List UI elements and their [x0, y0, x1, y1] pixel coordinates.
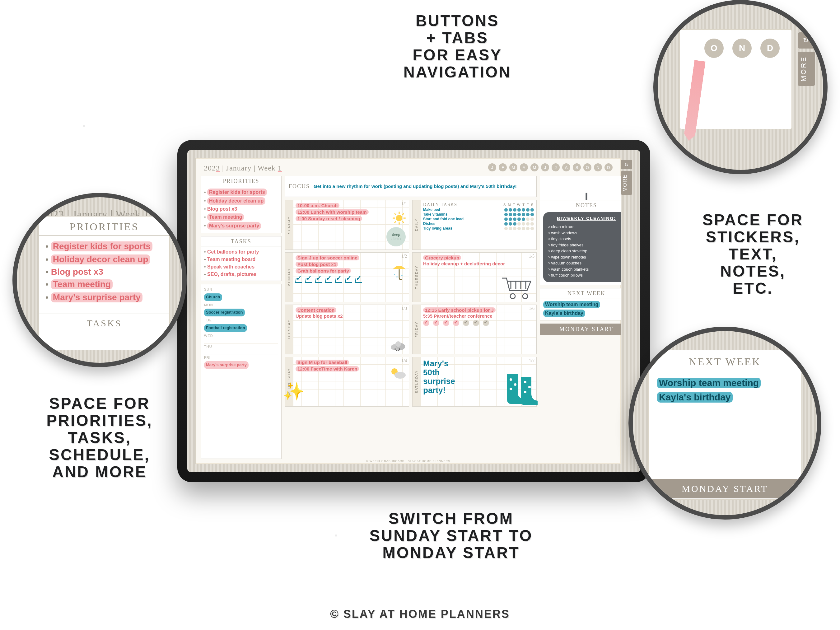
week-area: SUNDAY1/110:00 a.m. Church12:00 Lunch wi…	[285, 200, 537, 459]
task-item: • Get balloons for party	[204, 248, 278, 256]
zoom-priority-item: •Holiday decor clean up	[46, 254, 163, 265]
priority-item: • Register kids for sports	[204, 188, 278, 197]
month-button[interactable]: S	[573, 163, 581, 171]
next-week-list: Worship team meetingKayla's birthday	[540, 298, 621, 320]
monday-start-button[interactable]: MONDAY START	[540, 324, 621, 335]
day-cell: MONDAY1/2Sign J up for soccer onlinePost…	[285, 252, 409, 302]
month-button[interactable]: D	[605, 163, 613, 171]
svg-point-29	[514, 383, 516, 386]
notes-item: clean mirrors	[548, 224, 621, 230]
svg-point-22	[510, 294, 515, 298]
priority-item: • Blog post x3	[204, 205, 278, 213]
month-button[interactable]: A	[562, 163, 570, 171]
svg-point-30	[510, 388, 512, 390]
task-item: • Team meeting board	[204, 256, 278, 263]
zoom-nav: OND ↻ MORE	[653, 0, 827, 174]
biweekly-cleaning-card: BIWEEKLY CLEANING: clean mirrorswash win…	[543, 212, 621, 282]
agenda-row: MONSoccer registration	[204, 302, 278, 317]
focus-panel: FOCUS Get into a new rhythm for work (po…	[285, 176, 537, 197]
month-nav: JFMAMJJASOND	[488, 163, 613, 171]
svg-point-23	[523, 294, 527, 298]
planner-grid: PRIORITIES • Register kids for sports• H…	[201, 176, 616, 459]
zoom-priorities: 2023 | January | Week 1 PRIORITIES •Regi…	[13, 193, 187, 367]
notes-item: tidy closets	[548, 236, 621, 242]
daily-tracker: DAILY DAILY TASKSS M T W T F SMake bedTa…	[412, 200, 537, 250]
svg-point-21	[395, 372, 406, 379]
month-button[interactable]: M	[509, 163, 517, 171]
zoom-next-week-item: Kayla's birthday	[657, 390, 793, 404]
svg-point-14	[401, 275, 403, 276]
month-button[interactable]: J	[552, 163, 560, 171]
svg-line-9	[402, 213, 404, 215]
priorities-title: PRIORITIES	[201, 176, 281, 186]
notes-item: tidy fridge shelves	[548, 242, 621, 248]
svg-point-31	[524, 381, 526, 383]
month-button[interactable]: F	[499, 163, 507, 171]
planner-page: 2023 | January | Week 1 JFMAMJJASOND PRI…	[195, 158, 621, 464]
more-tab[interactable]: MORE	[621, 171, 632, 195]
zoom-tasks-label: TASKS	[39, 314, 169, 328]
month-button[interactable]: J	[488, 163, 496, 171]
zoom-monday-start-button[interactable]: MONDAY START	[648, 479, 801, 498]
zoom-priorities-list: •Register kids for sports•Holiday decor …	[39, 236, 169, 308]
biweekly-title: BIWEEKLY CLEANING:	[548, 215, 621, 222]
day-cell: TUESDAY1/3Content creationUpdate blog po…	[285, 305, 409, 354]
month-button[interactable]: N	[594, 163, 602, 171]
svg-point-13	[396, 276, 398, 278]
day-cell: SUNDAY1/110:00 a.m. Church12:00 Lunch wi…	[285, 200, 409, 250]
svg-point-12	[394, 274, 395, 275]
notes-item: fluff couch pillows	[548, 272, 621, 278]
tablet-frame: 2023 | January | Week 1 JFMAMJJASOND PRI…	[177, 140, 650, 482]
month-button[interactable]: A	[520, 163, 528, 171]
svg-line-7	[395, 213, 396, 215]
svg-point-17	[395, 341, 401, 347]
sparkle-icon: ✨	[283, 381, 305, 402]
notes-panel: NOTES ✨ BIWEEKLY CLEANING: clean mirrors…	[540, 200, 621, 285]
priority-item: • Mary's surprise party	[204, 221, 278, 230]
priority-item: • Team meeting	[204, 213, 278, 221]
copyright: © SLAY AT HOME PLANNERS	[0, 608, 840, 621]
notes-item: deep clean stovetop	[548, 248, 621, 254]
priorities-list: • Register kids for sports• Holiday deco…	[201, 186, 281, 233]
priorities-panel: PRIORITIES • Register kids for sports• H…	[201, 176, 281, 233]
tablet-background: 2023 | January | Week 1 JFMAMJJASOND PRI…	[187, 150, 640, 472]
agenda-list: SUNChurchMONSoccer registrationTUEFootba…	[201, 284, 281, 372]
zoom-month-button[interactable]: N	[733, 39, 752, 58]
day-cell: THURSDAY1/5Grocery pickupHoliday cleanup…	[412, 252, 537, 302]
zoom-side-tabs: ↻ MORE	[798, 32, 815, 86]
notes-title: NOTES	[540, 201, 621, 210]
zoom-next-week-list: Worship team meetingKayla's birthday	[649, 371, 801, 409]
days-right-column: DAILY DAILY TASKSS M T W T F SMake bedTa…	[412, 200, 537, 459]
zoom-next-week: NEXT WEEK Worship team meetingKayla's bi…	[628, 327, 821, 519]
zoom-priority-item: •Register kids for sports	[46, 241, 163, 252]
svg-point-32	[528, 386, 531, 388]
month-button[interactable]: M	[531, 163, 538, 171]
tasks-panel: TASKS • Get balloons for party• Team mee…	[201, 236, 281, 281]
svg-point-33	[524, 391, 526, 393]
notes-item: wipe down remotes	[548, 254, 621, 261]
day-cell: FRIDAY1/612:15 Early school pickup for J…	[412, 305, 537, 354]
zoom-month-button[interactable]: D	[760, 39, 780, 58]
tasks-list: • Get balloons for party• Team meeting b…	[201, 246, 281, 281]
next-week-item: Worship team meeting	[543, 300, 621, 309]
month-button[interactable]: O	[583, 163, 591, 171]
zoom-refresh-tab[interactable]: ↻	[798, 32, 815, 49]
agenda-panel: SUNChurchMONSoccer registrationTUEFootba…	[201, 284, 281, 459]
sparkle-icon: ✨	[621, 195, 621, 210]
agenda-row: THU	[204, 343, 278, 354]
agenda-row: FRIMary's surprise party	[204, 354, 278, 370]
svg-point-28	[510, 378, 512, 381]
tasks-title: TASKS	[201, 237, 281, 246]
notes-item: wash couch blankets	[548, 266, 621, 273]
callout-priorities: SPACE FOR PRIORITIES, TASKS, SCHEDULE, A…	[25, 395, 174, 481]
agenda-row: SUNChurch	[204, 286, 278, 302]
zoom-month-buttons: OND	[704, 39, 780, 58]
zoom-month-button[interactable]: O	[704, 39, 724, 58]
zoom-more-tab[interactable]: MORE	[798, 52, 815, 86]
breadcrumb: 2023 | January | Week 1	[204, 164, 282, 172]
zoom-priority-item: •Blog post x3	[46, 267, 163, 277]
zoom-priority-item: •Mary's surprise party	[46, 292, 163, 303]
refresh-tab[interactable]: ↻	[621, 160, 632, 169]
month-button[interactable]: J	[541, 163, 549, 171]
refresh-icon: ↻	[803, 36, 810, 44]
